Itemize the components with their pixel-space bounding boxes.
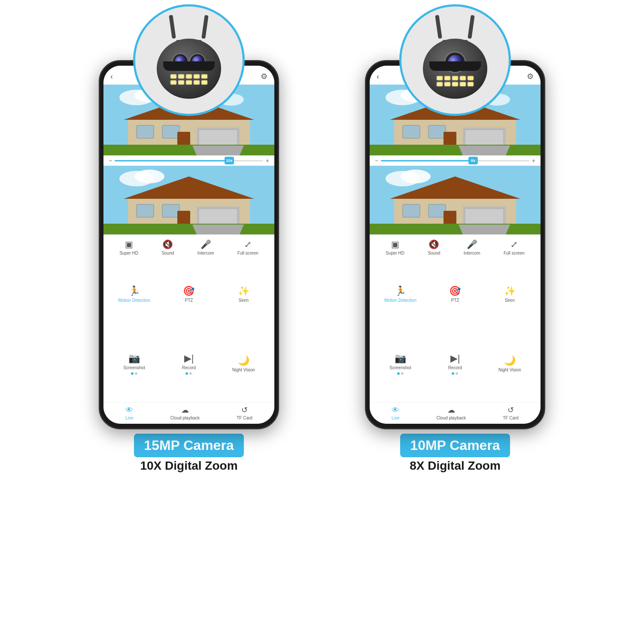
- right-feat-motion[interactable]: 🏃 Motion Detection: [373, 261, 428, 328]
- right-siren-label: Siren: [505, 298, 515, 303]
- right-nav-tfcard[interactable]: ↺ TF Card: [503, 405, 519, 420]
- right-fullscreen-label: Full screen: [504, 251, 525, 255]
- right-zoom-track[interactable]: 8x: [381, 160, 529, 161]
- right-feat-record[interactable]: ▶| Record: [428, 328, 482, 400]
- left-live-label: Live: [125, 416, 133, 420]
- right-fullscreen-icon: ⤢: [510, 239, 518, 249]
- left-settings-icon[interactable]: ⚙: [261, 72, 267, 81]
- svg-rect-16: [194, 80, 200, 85]
- right-settings-icon[interactable]: ⚙: [527, 72, 534, 81]
- left-feat-ptz[interactable]: 🎯 PTZ: [161, 261, 216, 328]
- right-ptz-label: PTZ: [451, 298, 459, 303]
- right-ptz-icon: 🎯: [449, 286, 461, 297]
- left-motion-label: Motion Detection: [118, 298, 150, 303]
- right-zoom-thumb[interactable]: 8x: [468, 157, 478, 164]
- svg-point-74: [401, 170, 431, 183]
- right-cloud-label: Cloud playback: [437, 416, 466, 420]
- right-ctrl-sound[interactable]: 🔇 Sound: [428, 239, 440, 255]
- svg-rect-80: [428, 204, 446, 217]
- left-feature-grid: 🏃 Motion Detection 🎯 PTZ ✨ Siren 📷: [103, 258, 274, 402]
- svg-rect-38: [137, 204, 154, 217]
- right-sound-label: Sound: [428, 251, 440, 255]
- left-screenshot-icon: 📷: [128, 353, 140, 364]
- right-siren-icon: ✨: [504, 286, 516, 297]
- left-feat-motion[interactable]: 🏃 Motion Detection: [107, 261, 161, 328]
- svg-rect-79: [403, 204, 420, 217]
- right-feat-screenshot[interactable]: 📷 Screenshot: [373, 328, 428, 400]
- right-phone-section: ‹ ⚙: [335, 9, 575, 473]
- svg-marker-42: [192, 225, 244, 234]
- left-phone-vol-btns: [99, 113, 100, 152]
- left-phone-notch: [163, 61, 215, 71]
- right-nav-live[interactable]: 👁 Live: [392, 406, 399, 420]
- svg-rect-9: [178, 74, 184, 79]
- right-phone-side-btn: [544, 126, 545, 152]
- left-record-dot-1: [185, 372, 188, 375]
- right-camera-svg: [406, 11, 504, 109]
- svg-rect-52: [460, 76, 466, 80]
- left-ptz-icon: 🎯: [183, 286, 194, 297]
- right-nightvision-icon: 🌙: [504, 355, 516, 366]
- svg-rect-8: [170, 74, 176, 79]
- right-bottom-feed-svg: [370, 166, 541, 234]
- right-tfcard-label: TF Card: [503, 416, 519, 420]
- left-zoom-track[interactable]: 10x: [115, 160, 263, 161]
- right-live-icon: 👁: [392, 406, 399, 415]
- right-camera-circle-wrapper: [399, 4, 511, 116]
- left-zoom-slider-row: − 10x +: [103, 155, 274, 166]
- left-zoom-minus[interactable]: −: [109, 157, 112, 164]
- left-nightvision-label: Night Vision: [232, 368, 255, 372]
- svg-rect-55: [444, 82, 450, 86]
- left-ctrl-intercom[interactable]: 🎤 Intercom: [197, 239, 214, 255]
- svg-rect-49: [437, 76, 443, 80]
- right-ctrl-fullscreen[interactable]: ⤢ Full screen: [504, 239, 525, 255]
- right-superhd-label: Super HD: [386, 251, 404, 255]
- svg-rect-39: [162, 204, 179, 217]
- left-feat-siren[interactable]: ✨ Siren: [216, 261, 271, 328]
- svg-rect-70: [370, 145, 541, 155]
- left-sound-label: Sound: [161, 251, 174, 255]
- right-ctrl-intercom[interactable]: 🎤 Intercom: [464, 239, 480, 255]
- left-ctrl-sound[interactable]: 🔇 Sound: [161, 239, 174, 255]
- right-camera-feed-bottom: [370, 166, 541, 234]
- right-back-button[interactable]: ‹: [377, 72, 379, 81]
- left-nav-tfcard[interactable]: ↺ TF Card: [237, 405, 252, 420]
- left-zoom-thumb[interactable]: 10x: [225, 157, 234, 164]
- right-feat-siren[interactable]: ✨ Siren: [483, 261, 537, 328]
- right-zoom-slider-row: − 8x +: [370, 155, 541, 166]
- left-ctrl-fullscreen[interactable]: ⤢ Full screen: [237, 239, 258, 255]
- left-feat-nightvision[interactable]: 🌙 Night Vision: [216, 328, 271, 400]
- svg-rect-29: [103, 145, 274, 155]
- left-camera-circle-wrapper: [133, 4, 245, 116]
- left-camera-feed-bottom: [103, 166, 274, 234]
- right-zoom-minus[interactable]: −: [375, 157, 378, 164]
- left-zoom-plus[interactable]: +: [266, 157, 269, 164]
- left-ctrl-superhd[interactable]: ▣ Super HD: [119, 239, 138, 255]
- left-superhd-label: Super HD: [119, 251, 138, 255]
- svg-rect-58: [468, 82, 474, 86]
- svg-rect-68: [428, 125, 446, 138]
- svg-rect-67: [403, 125, 420, 138]
- right-nav-cloud[interactable]: ☁ Cloud playback: [437, 405, 466, 420]
- left-bottom-nav: 👁 Live ☁ Cloud playback ↺ TF Card: [103, 402, 274, 424]
- svg-rect-12: [201, 74, 207, 79]
- right-vol-btn-2: [365, 134, 366, 152]
- left-record-dot-2: [189, 372, 192, 375]
- right-screenshot-dots: [397, 372, 404, 375]
- right-live-label: Live: [392, 416, 399, 420]
- right-ctrl-superhd[interactable]: ▣ Super HD: [386, 239, 404, 255]
- left-nav-cloud[interactable]: ☁ Cloud playback: [170, 405, 200, 420]
- right-record-label: Record: [448, 365, 462, 370]
- svg-rect-51: [452, 76, 458, 80]
- left-feat-record[interactable]: ▶| Record: [161, 328, 216, 400]
- left-feat-screenshot[interactable]: 📷 Screenshot: [107, 328, 161, 400]
- left-record-dots: [185, 372, 192, 375]
- right-zoom-plus[interactable]: +: [532, 157, 535, 164]
- svg-rect-57: [460, 82, 466, 86]
- right-feat-ptz[interactable]: 🎯 PTZ: [428, 261, 482, 328]
- left-back-button[interactable]: ‹: [110, 72, 113, 81]
- left-bottom-feed-svg: [103, 166, 274, 234]
- svg-rect-13: [170, 80, 176, 85]
- right-feat-nightvision[interactable]: 🌙 Night Vision: [483, 328, 537, 400]
- left-nav-live[interactable]: 👁 Live: [125, 406, 133, 420]
